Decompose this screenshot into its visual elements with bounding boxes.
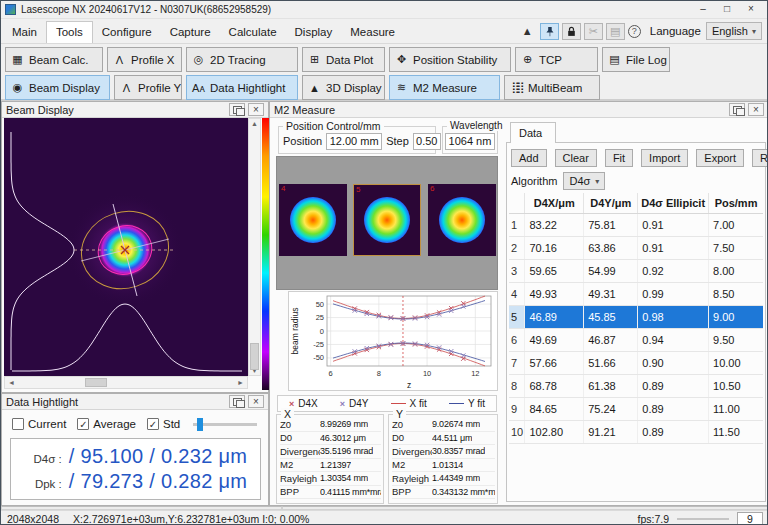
- toolbar-data-plot[interactable]: ⊞Data Plot: [302, 47, 385, 72]
- toolbar-m2-measure[interactable]: ≋M2 Measure: [389, 75, 500, 100]
- toolbar-label: Position Stability: [413, 54, 497, 66]
- toolbar-data-hightlight[interactable]: AᴀData Hightlight: [186, 75, 298, 100]
- menubar-tools: ▲ ✂ ▤ ? Language English ▾: [518, 22, 765, 43]
- svg-text:-50: -50: [313, 353, 324, 362]
- svg-text:12: 12: [471, 369, 479, 378]
- table-row-1[interactable]: 183.2275.810.917.00: [509, 214, 763, 237]
- menu-item-configure[interactable]: Configure: [93, 22, 161, 43]
- stat-row-z0: Z08.99269 mm: [280, 418, 381, 432]
- scroll-left-icon[interactable]: ◄: [6, 379, 17, 386]
- checkbox-std[interactable]: ✓Std: [147, 418, 180, 430]
- buffer-spinner[interactable]: 9: [737, 512, 763, 525]
- menu-item-measure[interactable]: Measure: [341, 22, 404, 43]
- report-button[interactable]: Report: [752, 149, 768, 167]
- data-plot-icon: ⊞: [308, 53, 321, 66]
- save-log-icon[interactable]: ▤: [606, 23, 625, 40]
- scrollbar-thumb[interactable]: [85, 378, 107, 387]
- line-marker-icon: [449, 403, 464, 404]
- restore-icon[interactable]: [229, 395, 245, 408]
- x-marker-icon: ×: [340, 399, 345, 409]
- scroll-up-icon[interactable]: ▲: [249, 120, 260, 127]
- maximize-button[interactable]: □: [715, 2, 739, 17]
- table-row-10[interactable]: 10102.8091.210.8911.50: [509, 421, 763, 444]
- column-header-d4x-m: D4X/μm: [525, 193, 584, 214]
- wavelength-input[interactable]: 1064 nm: [445, 133, 495, 150]
- toolbar-multibeam[interactable]: ⣿⣿MultiBeam: [504, 75, 600, 100]
- menu-item-capture[interactable]: Capture: [161, 22, 220, 43]
- beam-thumbnail-4[interactable]: 4: [279, 184, 347, 256]
- toolbar: ▦Beam Calc.ΛProfile X◎2D Tracing⊞Data Pl…: [1, 43, 767, 101]
- algorithm-select[interactable]: D4σ ▾: [563, 172, 605, 190]
- beam-thumbnail-5[interactable]: 5: [353, 184, 421, 256]
- restore-icon[interactable]: [729, 103, 745, 116]
- language-select[interactable]: English ▾: [706, 22, 762, 40]
- toolbar-tcp[interactable]: ⊕TCP: [515, 47, 598, 72]
- collapse-icon[interactable]: ▲: [518, 23, 537, 40]
- table-row-5[interactable]: 546.8945.850.989.00: [509, 306, 763, 329]
- close-icon[interactable]: ×: [248, 103, 264, 116]
- highlight-values-box: D4σ :/ 95.100 / 0.232 μmDpk :/ 79.273 / …: [10, 438, 261, 500]
- toolbar-profile-x[interactable]: ΛProfile X: [107, 47, 182, 72]
- scrollbar-thumb[interactable]: [250, 343, 259, 370]
- svg-text:6: 6: [329, 369, 333, 378]
- chevron-down-icon: ▾: [595, 177, 599, 186]
- step-input[interactable]: 0.50: [413, 133, 441, 150]
- beam-horizontal-scrollbar[interactable]: ◄ ►: [4, 376, 248, 389]
- x-stats-group: X Z08.99269 mmD046.3012 μmDivergence35.5…: [276, 414, 384, 504]
- toolbar-beam-display[interactable]: ◉Beam Display: [5, 75, 110, 100]
- menu-item-main[interactable]: Main: [3, 22, 46, 43]
- import-button[interactable]: Import: [641, 149, 688, 167]
- thumbnail-index: 5: [356, 185, 360, 194]
- chevron-down-icon: ▾: [752, 27, 756, 36]
- scroll-right-icon[interactable]: ►: [235, 379, 246, 386]
- highlight-slider[interactable]: [193, 423, 257, 426]
- tab-data[interactable]: Data: [510, 122, 556, 143]
- fit-button[interactable]: Fit: [605, 149, 633, 167]
- toolbar-file-log[interactable]: ▤File Log: [602, 47, 670, 72]
- column-header-d4y-m: D4Y/μm: [584, 193, 638, 214]
- table-row-6[interactable]: 649.6946.870.949.50: [509, 329, 763, 352]
- toolbar-position-stability[interactable]: ✥Position Stability: [389, 47, 511, 72]
- add-button[interactable]: Add: [511, 149, 547, 167]
- table-row-3[interactable]: 359.6554.990.928.00: [509, 260, 763, 283]
- clear-button[interactable]: Clear: [555, 149, 597, 167]
- beam-vertical-scrollbar[interactable]: ▲ ▼: [248, 118, 261, 376]
- table-row-7[interactable]: 757.6651.660.9010.00: [509, 352, 763, 375]
- help-icon[interactable]: ?: [628, 25, 641, 38]
- menu-item-calculate[interactable]: Calculate: [220, 22, 286, 43]
- close-icon[interactable]: ×: [248, 395, 264, 408]
- toolbar-label: Data Plot: [326, 54, 373, 66]
- stat-row-d0: D044.511 μm: [392, 432, 495, 446]
- toolbar-profile-y[interactable]: ΛProfile Y: [114, 75, 182, 100]
- menubar: MainToolsConfigureCaptureCalculateDispla…: [1, 19, 767, 43]
- slider-thumb[interactable]: [197, 418, 203, 431]
- table-row-8[interactable]: 868.7861.380.8910.50: [509, 375, 763, 398]
- close-button[interactable]: ×: [739, 2, 763, 17]
- checkbox-checked-icon: ✓: [77, 418, 89, 430]
- restore-icon[interactable]: [229, 103, 245, 116]
- intensity-colorbar: [262, 118, 269, 390]
- tracing-icon: ◎: [192, 53, 205, 66]
- close-icon[interactable]: ×: [748, 103, 764, 116]
- table-row-4[interactable]: 449.9349.310.998.50: [509, 283, 763, 306]
- checkbox-current[interactable]: Current: [12, 418, 66, 430]
- lock-icon[interactable]: [562, 23, 581, 40]
- svg-text:-25: -25: [313, 340, 324, 349]
- toolbar-2d-tracing[interactable]: ◎2D Tracing: [186, 47, 298, 72]
- menu-item-display[interactable]: Display: [286, 22, 342, 43]
- table-row-2[interactable]: 270.1663.860.917.50: [509, 237, 763, 260]
- position-input[interactable]: 12.00 mm: [326, 133, 382, 150]
- toolbar-beam-calc[interactable]: ▦Beam Calc.: [5, 47, 103, 72]
- scissors-icon[interactable]: ✂: [584, 23, 603, 40]
- font-icon: Aᴀ: [192, 82, 205, 94]
- legend-item-d4y: ×D4Y: [340, 398, 369, 409]
- pin-icon[interactable]: [540, 23, 559, 40]
- toolbar-3d-display[interactable]: ▲3D Display: [302, 75, 385, 100]
- fps-slider[interactable]: [677, 518, 729, 520]
- beam-thumbnail-6[interactable]: 6: [428, 184, 496, 256]
- export-button[interactable]: Export: [696, 149, 744, 167]
- checkbox-average[interactable]: ✓Average: [77, 418, 136, 430]
- table-row-9[interactable]: 984.6575.240.8911.00: [509, 398, 763, 421]
- menu-item-tools[interactable]: Tools: [46, 21, 93, 43]
- minimize-button[interactable]: –: [691, 2, 715, 17]
